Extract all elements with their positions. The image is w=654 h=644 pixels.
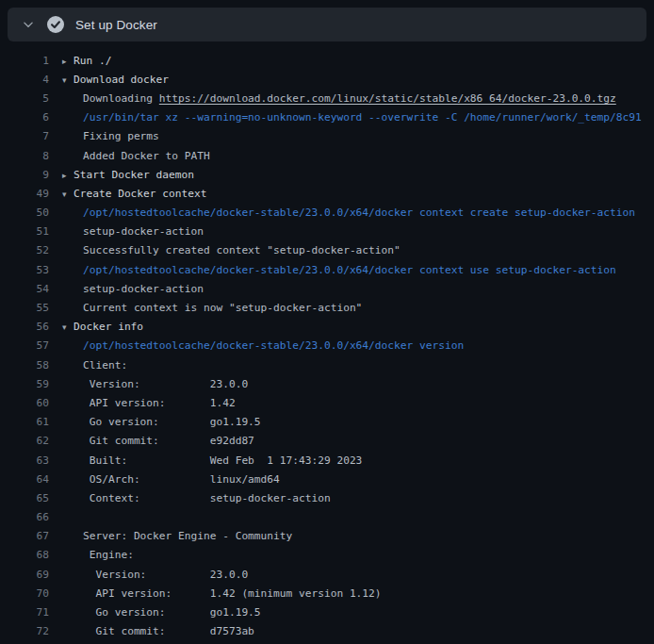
group-header: ▾Create Docker context [62,188,206,200]
line-number[interactable]: 51 [0,225,49,238]
step-header[interactable]: Set up Docker [8,8,646,41]
command-text: /opt/hostedtoolcache/docker-stable/23.0.… [62,264,616,276]
log-row[interactable]: 56▾Docker info [0,318,654,337]
line-number[interactable]: 58 [0,359,49,372]
log-row: 67Server: Docker Engine - Community [0,527,654,546]
line-number[interactable]: 56 [0,321,49,333]
line-number[interactable]: 66 [0,511,49,523]
log-row: 65 Context: setup-docker-action [0,488,654,507]
line-number[interactable]: 53 [0,264,49,276]
line-number[interactable]: 61 [0,416,49,428]
line-number[interactable]: 68 [0,549,49,561]
log-row: 72 Git commit: d7573ab [0,622,654,641]
chevron-down-icon[interactable] [21,17,36,32]
log-line: Downloading https://download.docker.com/… [62,92,616,105]
log-row: 66 [0,508,654,527]
group-title: Create Docker context [74,188,206,200]
output-text: Git commit: d7573ab [62,625,254,637]
output-text: Go version: go1.19.5 [62,416,261,428]
log-row: 68 Engine: [0,546,654,565]
output-text: OS/Arch: linux/amd64 [62,473,280,486]
log-row: 60 API version: 1.42 [0,393,654,412]
line-number[interactable]: 4 [0,74,49,86]
log-row: 8Added Docker to PATH [0,146,654,165]
line-number[interactable]: 57 [0,339,49,352]
log-row: 50/opt/hostedtoolcache/docker-stable/23.… [0,204,654,223]
output-text: API version: 1.42 (minimum version 1.12) [62,587,382,600]
line-number[interactable]: 5 [0,92,49,105]
step-title: Set up Docker [75,18,157,32]
line-number[interactable]: 1 [0,55,49,67]
log-row[interactable]: 4▾Download docker [0,70,654,89]
output-text: Downloading [83,92,159,105]
line-number[interactable]: 54 [0,283,49,295]
line-number[interactable]: 69 [0,569,49,581]
log-row: 7Fixing perms [0,127,654,146]
log-row: 55Current context is now "setup-docker-a… [0,298,654,317]
log-row: 61 Go version: go1.19.5 [0,413,654,432]
line-number[interactable]: 6 [0,111,49,124]
log-row: 71 Go version: go1.19.5 [0,603,654,621]
log-row: 54setup-docker-action [0,279,654,298]
line-number[interactable]: 64 [0,473,49,486]
output-text: Server: Docker Engine - Community [62,530,292,542]
log-row: 52Successfully created context "setup-do… [0,241,654,260]
log-row: 63 Built: Wed Feb 1 17:43:29 2023 [0,451,654,470]
log-row: 51setup-docker-action [0,223,654,241]
output-text: Version: 23.0.0 [62,569,248,581]
line-number[interactable]: 70 [0,587,49,600]
line-number[interactable]: 9 [0,169,49,181]
command-text: /usr/bin/tar xz --warning=no-unknown-key… [62,111,642,124]
output-text: API version: 1.42 [62,397,236,409]
output-text: setup-docker-action [62,283,204,295]
output-text: Git commit: e92dd87 [62,435,254,447]
group-title: Docker info [74,321,143,333]
line-number[interactable]: 52 [0,244,49,256]
triangle-right-icon[interactable]: ▸ [62,171,74,180]
log-container: 1▸Run ./4▾Download docker5Downloading ht… [0,51,654,641]
output-text: Built: Wed Feb 1 17:43:29 2023 [62,454,362,467]
line-number[interactable]: 71 [0,606,49,619]
group-title: Start Docker daemon [74,169,194,181]
log-row: 5Downloading https://download.docker.com… [0,89,654,107]
line-number[interactable]: 67 [0,530,49,542]
command-text: /opt/hostedtoolcache/docker-stable/23.0.… [62,339,464,352]
group-header: ▾Docker info [62,321,143,333]
output-text: Client: [62,359,127,372]
log-row: 64 OS/Arch: linux/amd64 [0,470,654,488]
triangle-down-icon[interactable]: ▾ [62,322,74,332]
output-text: Engine: [62,549,134,561]
line-number[interactable]: 65 [0,492,49,504]
group-title: Download docker [74,74,169,86]
log-row[interactable]: 1▸Run ./ [0,51,654,70]
triangle-right-icon[interactable]: ▸ [62,57,74,66]
log-row[interactable]: 49▾Create Docker context [0,184,654,203]
line-number[interactable]: 60 [0,397,49,409]
log-row: 62 Git commit: e92dd87 [0,432,654,451]
line-number[interactable]: 49 [0,188,49,200]
log-row: 53/opt/hostedtoolcache/docker-stable/23.… [0,260,654,279]
line-number[interactable]: 62 [0,435,49,447]
triangle-down-icon[interactable]: ▾ [62,190,74,199]
output-text: Context: setup-docker-action [62,492,331,504]
line-number[interactable]: 59 [0,378,49,390]
line-number[interactable]: 55 [0,302,49,314]
output-text: Go version: go1.19.5 [62,606,261,619]
log-row: 57/opt/hostedtoolcache/docker-stable/23.… [0,337,654,355]
log-row: 6/usr/bin/tar xz --warning=no-unknown-ke… [0,108,654,127]
output-text: Fixing perms [62,130,159,142]
triangle-down-icon[interactable]: ▾ [62,75,74,85]
group-header: ▸Start Docker daemon [62,169,194,181]
line-number[interactable]: 7 [0,130,49,142]
line-number[interactable]: 50 [0,206,49,219]
download-url-link[interactable]: https://download.docker.com/linux/static… [159,92,616,105]
group-title: Run ./ [74,55,111,67]
line-number[interactable]: 8 [0,150,49,162]
log-row: 70 API version: 1.42 (minimum version 1.… [0,584,654,603]
line-number[interactable]: 72 [0,625,49,637]
output-text: Successfully created context "setup-dock… [62,244,401,256]
output-text: Added Docker to PATH [62,150,210,162]
output-text: Current context is now "setup-docker-act… [62,302,362,314]
log-row[interactable]: 9▸Start Docker daemon [0,165,654,184]
line-number[interactable]: 63 [0,454,49,467]
